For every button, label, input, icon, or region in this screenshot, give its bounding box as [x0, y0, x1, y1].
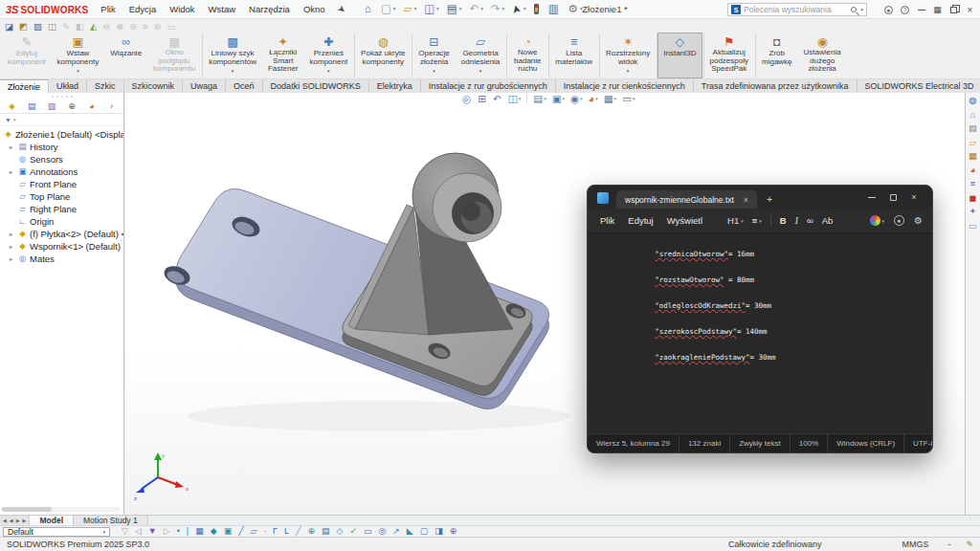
sketch-tool-icon[interactable]: ⊕ [450, 527, 457, 536]
tab-uwaga[interactable]: Uwaga [183, 79, 226, 93]
mate-button[interactable]: ∞ Wiązanie [104, 33, 147, 78]
sketch-tool-icon[interactable]: ◁ [135, 527, 142, 536]
tab-instalacje-rur-cienkosciennych[interactable]: Instalacje z rur cienkościennych [556, 79, 694, 93]
filter-caret-icon[interactable]: ▾ [13, 117, 16, 122]
rewrite-button[interactable]: ▾ [870, 215, 885, 226]
menu-item[interactable]: Widok [163, 0, 201, 19]
large-assembly-settings-button[interactable]: ◉ Ustawienia dużego złożenia [798, 33, 847, 78]
tab-nav-arrow-icon[interactable]: ▶ [23, 518, 27, 523]
file-explorer-icon[interactable]: ▱ [969, 138, 976, 147]
tab-szkic[interactable]: Szkic [87, 79, 124, 93]
sketch-tool-icon[interactable]: ▣ [224, 527, 233, 536]
move-component-button[interactable]: ✚ Przenieś komponent ▾ [304, 33, 354, 78]
sketch-tool-icon[interactable]: ∙ [263, 527, 266, 536]
window-tool-icon[interactable]: ◭ [90, 21, 97, 32]
sketch-tool-icon[interactable]: ╱ [296, 527, 301, 536]
sketch-tool-icon[interactable]: ▦ [195, 527, 204, 536]
motion-study-tab[interactable]: Motion Study 1 [74, 516, 148, 525]
window-tool-icon[interactable]: ◩ [19, 21, 28, 32]
configuration-selector[interactable]: Default ▾ [3, 527, 110, 537]
account-icon[interactable]: ● [894, 215, 904, 226]
layout-grid-button[interactable]: ▦ [929, 0, 946, 19]
notepad-menu-item[interactable]: Edytuj [625, 215, 656, 226]
notepad-text-area[interactable]: "srednicaOtworow"= 16mm "rozstawOtworow"… [588, 234, 932, 433]
sketch-tool-icon[interactable]: ▱ [251, 527, 257, 536]
pin-icon[interactable]: ➤ [335, 3, 347, 16]
redo-icon[interactable]: ↷▾ [491, 4, 504, 15]
take-snapshot-button[interactable]: ◘ Zrób migawkę [756, 33, 798, 78]
minimize-button[interactable] [913, 0, 929, 19]
sketch-tool-icon[interactable]: ◇ [336, 527, 343, 536]
search-scope-icon[interactable]: S [731, 5, 741, 14]
dimxpertmanager-tab[interactable]: ⊕ [61, 99, 81, 114]
tree-item-sensors[interactable]: ◎ Sensors [0, 153, 123, 165]
tab-instalacje-rur-grubosciennych[interactable]: Instalacje z rur grubościennych [421, 79, 556, 93]
window-tool-icon[interactable]: ✎ [62, 21, 70, 32]
menu-item[interactable]: Wstaw [202, 0, 243, 19]
notepad-menu-item[interactable]: Plik [597, 215, 617, 226]
sketch-tool-icon[interactable]: ▽ [122, 527, 128, 536]
restore-button[interactable] [946, 0, 962, 19]
tab-zlozenie[interactable]: Złożenie [0, 79, 49, 93]
linear-component-pattern-button[interactable]: ▩ Liniowy szyk komponentów ▾ [203, 33, 262, 78]
user-account-button[interactable]: ● [880, 0, 897, 19]
tab-trasa-uzytkownika[interactable]: Trasa zdefiniowana przez użytkownika [694, 79, 858, 93]
notepad-window[interactable]: wspornik-zmienneGlobalne.txt × + × PlikE… [587, 185, 933, 453]
select-cursor-icon[interactable]: ➤▾ [512, 4, 525, 15]
sketch-tool-icon[interactable]: ◎ [378, 527, 386, 536]
tree-item-annotations[interactable]: ▸ ▣ Annotations [0, 165, 123, 178]
tree-item-front-plane[interactable]: ▱ Front Plane [0, 178, 123, 190]
tree-item-wspornik[interactable]: ▸ ◆ Wspornik<1> (Default) <<Default>_ [0, 240, 123, 253]
tab-nav-arrow-icon[interactable]: ◀ [3, 518, 7, 523]
notepad-close-button[interactable]: × [903, 186, 924, 209]
search-icon[interactable] [851, 7, 857, 12]
sketch-tool-icon[interactable]: ▷ [164, 527, 170, 536]
sketch-tool-icon[interactable]: ✓ [349, 527, 357, 536]
sketch-tool-icon[interactable]: ↗ [392, 527, 400, 536]
sketch-tool-icon[interactable]: | [187, 527, 189, 536]
notepad-tab[interactable]: wspornik-zmienneGlobalne.txt × [616, 190, 757, 209]
tree-item-mates[interactable]: ▸ ◎ Mates [0, 253, 123, 265]
bill-of-materials-button[interactable]: ≡ Lista materiałów [549, 33, 598, 78]
tree-filter-row[interactable]: ▼ ▾ [0, 114, 123, 126]
expand-arrow-icon[interactable]: ▸ [10, 168, 17, 176]
tab-close-icon[interactable]: × [744, 195, 748, 205]
formatting-button[interactable]: Ab [822, 215, 834, 226]
sketch-tool-icon[interactable]: ▤ [322, 527, 330, 536]
sketch-tool-icon[interactable]: Γ [273, 527, 278, 536]
bold-button[interactable]: B [780, 215, 787, 226]
design-library-icon[interactable]: ▤ [969, 123, 977, 133]
appearances-icon[interactable]: ◕ [970, 165, 976, 175]
edit-component-button[interactable]: ✎ Edytuj komponent [2, 33, 52, 78]
tab-dodatki-solidworks[interactable]: Dodatki SOLIDWORKS [263, 79, 369, 93]
smart-fasteners-button[interactable]: ✦ Łączniki Smart Fastener [262, 33, 304, 78]
window-tool-icon[interactable]: ⊘ [154, 21, 162, 32]
window-tool-icon[interactable]: ▭ [167, 21, 176, 32]
instant3d-button[interactable]: ◇ Instant3D [657, 33, 702, 78]
close-button[interactable]: × [962, 0, 978, 19]
sketch-tool-icon[interactable]: ⊕ [307, 527, 315, 536]
tab-nav-arrow-icon[interactable]: ▶ [16, 518, 20, 523]
custom-properties-icon[interactable]: ≡ [970, 179, 976, 188]
list-format-button[interactable]: ≡▾ [752, 215, 762, 226]
expand-arrow-icon[interactable]: ▸ [10, 243, 17, 251]
options-gear-icon[interactable]: ⚙▾ [568, 4, 583, 15]
tree-item-right-plane[interactable]: ▱ Right Plane [0, 203, 123, 215]
command-search[interactable]: S Polecenia wyszukiwania ▾ [727, 3, 867, 16]
tab-szkicownik[interactable]: Szkicownik [124, 79, 184, 93]
notepad-minimize-button[interactable] [861, 186, 882, 209]
menu-item[interactable]: Edycja [122, 0, 164, 19]
expand-arrow-icon[interactable]: ▸ [10, 143, 17, 151]
home-icon[interactable]: ⌂ [970, 110, 976, 120]
window-tool-icon[interactable]: ▨ [33, 21, 42, 32]
tab-ocen[interactable]: Oceń [226, 79, 263, 93]
new-motion-study-button[interactable]: ◔ Nowe badanie ruchu [507, 33, 547, 78]
new-tab-button[interactable]: + [767, 194, 772, 205]
notepad-titlebar[interactable]: wspornik-zmienneGlobalne.txt × + × [588, 186, 932, 209]
sketch-tool-icon[interactable]: ▢ [420, 527, 429, 536]
italic-button[interactable]: I [795, 216, 798, 226]
scrollbar-thumb[interactable] [2, 507, 52, 512]
menu-item[interactable]: Okno [297, 0, 332, 19]
tree-item-origin[interactable]: ∟ Origin [0, 215, 123, 228]
reference-geometry-button[interactable]: ▱ Geometria odniesienia ▾ [456, 33, 505, 78]
